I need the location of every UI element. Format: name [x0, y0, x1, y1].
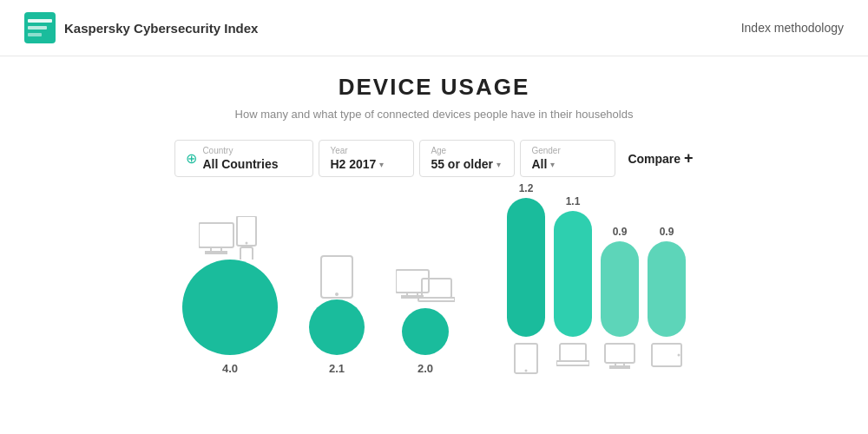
app-title: Kaspersky Cybersecurity Index [64, 21, 258, 36]
bar-label-2: 0.9 [613, 226, 628, 238]
filter-bar: ⊕ Country All Countries Year H2 2017 ▾ A… [35, 140, 833, 177]
gender-chevron-icon: ▾ [550, 160, 555, 169]
bar-icons-row [507, 342, 686, 375]
methodology-link[interactable]: Index methodology [741, 21, 844, 35]
year-filter[interactable]: Year H2 2017 ▾ [319, 140, 414, 177]
svg-rect-2 [28, 26, 47, 30]
bar-monitor-icon [603, 342, 636, 372]
svg-rect-4 [199, 223, 233, 247]
bubble-item-tablet: 2.1 [309, 254, 365, 375]
logo-area: Kaspersky Cybersecurity Index [24, 12, 258, 43]
main-content: DEVICE USAGE How many and what type of c… [0, 56, 868, 384]
svg-rect-16 [422, 279, 451, 298]
bar-icon-3 [648, 342, 686, 375]
compare-plus-icon: + [684, 149, 694, 168]
bars-row: 1.2 1.1 0.9 0.9 [507, 198, 686, 337]
age-label: Age [431, 146, 503, 155]
svg-rect-17 [418, 298, 455, 301]
bar-3 [648, 241, 686, 337]
svg-rect-1 [28, 19, 52, 23]
kaspersky-logo-icon [24, 12, 56, 43]
bar-item-2: 0.9 [601, 226, 639, 337]
page-title: DEVICE USAGE [35, 74, 833, 101]
device-desktop-laptop-icon [396, 266, 455, 308]
bubble-tablet [309, 299, 365, 355]
compare-label: Compare [628, 152, 681, 166]
bar-item-0: 1.2 [507, 182, 545, 337]
bubble-label-all: 4.0 [222, 362, 238, 375]
bar-tablet-landscape-icon [650, 342, 683, 368]
country-filter[interactable]: ⊕ Country All Countries [174, 140, 313, 177]
bar-label-3: 0.9 [660, 226, 674, 238]
country-filter-inner: Country All Countries [202, 146, 278, 171]
svg-rect-24 [610, 366, 629, 368]
country-value: All Countries [202, 157, 278, 171]
bubble-item-all: 4.0 [182, 216, 278, 375]
svg-point-12 [335, 293, 339, 296]
bar-1 [554, 211, 592, 337]
gender-filter[interactable]: Gender All ▾ [520, 140, 615, 177]
bar-chart: 1.2 1.1 0.9 0.9 [507, 198, 686, 375]
age-value: 55 or older [431, 157, 493, 171]
bar-item-1: 1.1 [554, 195, 592, 337]
svg-rect-6 [206, 252, 227, 253]
bar-item-3: 0.9 [648, 226, 686, 337]
header: Kaspersky Cybersecurity Index Index meth… [0, 0, 868, 56]
bar-2 [601, 241, 639, 337]
bar-label-0: 1.2 [519, 182, 534, 194]
location-icon: ⊕ [186, 150, 197, 167]
bar-label-1: 1.1 [566, 195, 581, 207]
age-filter-row: 55 or older ▾ [431, 157, 503, 171]
bar-icon-2 [601, 342, 639, 375]
year-filter-row: H2 2017 ▾ [330, 157, 403, 171]
svg-rect-3 [28, 33, 42, 36]
bubble-all [182, 260, 278, 355]
compare-button[interactable]: Compare + [628, 149, 693, 168]
year-value: H2 2017 [330, 157, 376, 171]
bubble-desktop [402, 308, 449, 355]
svg-rect-22 [605, 344, 635, 363]
bubble-label-desktop: 2.0 [418, 362, 433, 375]
bar-laptop-icon [556, 342, 589, 368]
svg-point-8 [246, 242, 248, 245]
svg-point-26 [678, 354, 681, 357]
gender-label: Gender [531, 146, 604, 155]
bar-icon-0 [507, 342, 545, 375]
bar-tablet-icon [513, 342, 539, 375]
age-filter[interactable]: Age 55 or older ▾ [419, 140, 515, 177]
bar-icon-1 [554, 342, 592, 375]
bar-0 [507, 198, 545, 337]
country-label: Country [202, 146, 278, 155]
year-chevron-icon: ▾ [379, 160, 384, 169]
svg-rect-13 [396, 270, 429, 293]
svg-rect-9 [240, 247, 253, 260]
device-tablet-icon [319, 254, 354, 299]
page-subtitle: How many and what type of connected devi… [35, 108, 833, 121]
chart-area: 4.0 2.1 [35, 198, 833, 375]
age-chevron-icon: ▾ [496, 160, 501, 169]
bubble-item-desktop: 2.0 [396, 266, 455, 375]
device-all-icon [199, 216, 261, 260]
svg-rect-21 [556, 361, 589, 365]
gender-value: All [531, 157, 547, 171]
svg-rect-11 [321, 256, 352, 298]
svg-point-19 [525, 370, 528, 372]
svg-rect-25 [652, 344, 681, 366]
svg-rect-20 [560, 344, 586, 361]
bubble-chart: 4.0 2.1 [182, 216, 455, 375]
svg-rect-7 [237, 216, 256, 246]
year-label: Year [330, 146, 403, 155]
gender-filter-row: All ▾ [531, 157, 604, 171]
bubble-label-tablet: 2.1 [329, 362, 345, 375]
svg-rect-18 [515, 344, 537, 373]
